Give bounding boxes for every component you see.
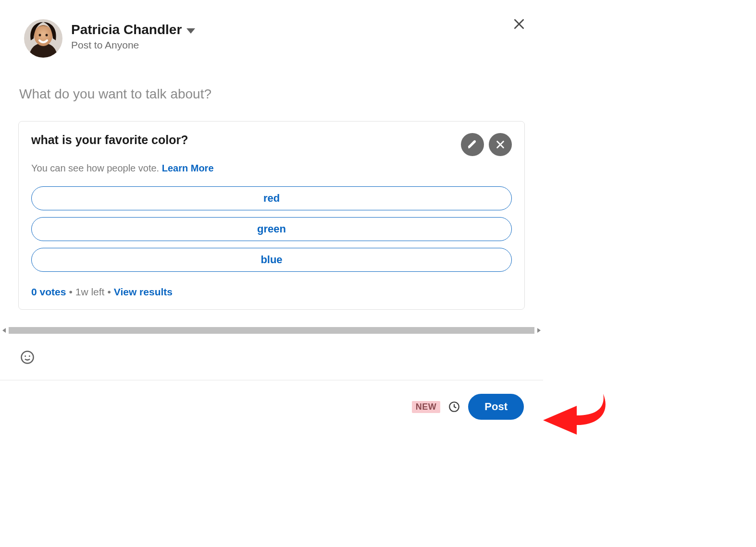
scrollbar-thumb[interactable] [9,327,534,334]
post-visibility: Post to Anyone [71,39,195,51]
user-block: Patricia Chandler Post to Anyone [71,22,195,51]
poll-subtext: You can see how people vote. Learn More [31,163,512,174]
audience-selector[interactable]: Patricia Chandler [71,22,195,37]
footer: NEW Post [0,380,543,420]
time-left: 1w left [75,286,105,297]
schedule-button[interactable] [447,400,461,414]
edit-poll-button[interactable] [461,133,484,156]
poll-question: what is your favorite color? [31,133,461,147]
caret-down-icon [186,28,195,34]
poll-subtext-text: You can see how people vote. [31,163,162,173]
pencil-icon [467,139,478,150]
emoji-button[interactable] [19,349,36,365]
poll-header: what is your favorite color? [31,133,512,156]
post-button[interactable]: Post [468,394,524,420]
learn-more-link[interactable]: Learn More [162,163,214,173]
create-post-modal: Patricia Chandler Post to Anyone What do… [0,0,543,420]
poll-option[interactable]: red [31,186,512,210]
clock-icon [448,401,460,413]
scroll-right-icon[interactable] [537,328,542,333]
modal-header: Patricia Chandler Post to Anyone [0,19,543,58]
poll-actions [461,133,512,156]
svg-point-6 [29,355,30,357]
toolbar-row [0,335,543,380]
horizontal-scrollbar[interactable] [0,326,543,335]
avatar[interactable] [24,19,62,58]
annotation-arrow [538,389,606,444]
votes-count[interactable]: 0 votes [31,286,66,297]
x-icon [495,139,506,150]
svg-point-5 [25,355,26,357]
compose-textarea[interactable]: What do you want to talk about? [0,58,543,121]
svg-point-2 [39,34,41,36]
poll-option[interactable]: green [31,217,512,241]
poll-card: what is your favorite color? You can see… [18,121,525,310]
new-badge: NEW [412,401,441,413]
close-button[interactable] [509,14,529,34]
poll-option[interactable]: blue [31,248,512,272]
poll-meta: 0 votes•1w left•View results [31,286,512,298]
user-name: Patricia Chandler [71,22,182,37]
view-results-link[interactable]: View results [114,286,173,297]
svg-point-3 [46,34,48,36]
poll-options: red green blue [31,186,512,272]
remove-poll-button[interactable] [489,133,512,156]
svg-point-4 [22,352,34,364]
scroll-left-icon[interactable] [1,328,6,333]
emoji-icon [20,350,35,365]
